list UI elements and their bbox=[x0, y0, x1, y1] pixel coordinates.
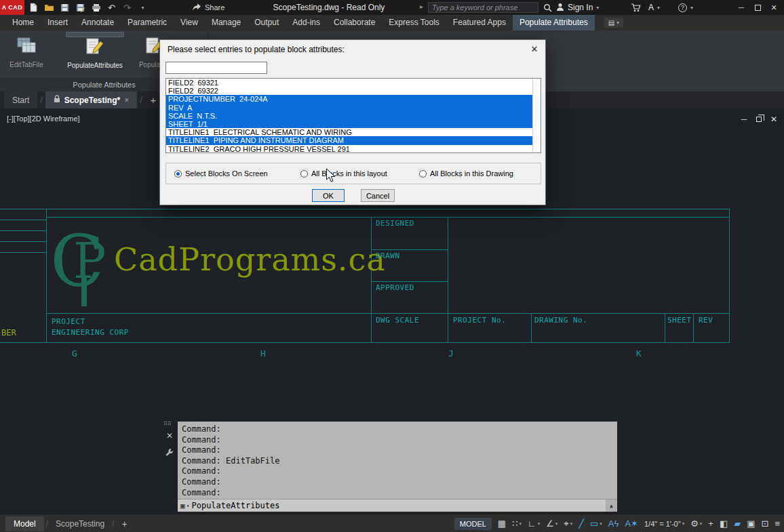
new-file-icon[interactable] bbox=[27, 1, 40, 14]
workspace-switching-icon[interactable]: ⚙▾ bbox=[690, 518, 702, 529]
ribbon-tab-addins[interactable]: Add-ins bbox=[286, 15, 327, 30]
cancel-button[interactable]: Cancel bbox=[361, 189, 395, 202]
list-item[interactable]: SHEET 1/1 bbox=[166, 120, 541, 128]
command-history[interactable]: Command: Command: Command: Command: Edit… bbox=[178, 422, 617, 499]
model-space-button[interactable]: MODEL bbox=[454, 518, 492, 530]
annotation-visibility-icon[interactable]: Aϟ bbox=[608, 518, 619, 529]
annotation-scale-button[interactable]: 1/4" = 1'-0"▾ bbox=[644, 520, 684, 528]
gear-icon: ⚙ bbox=[690, 518, 699, 529]
save-icon[interactable] bbox=[58, 1, 71, 14]
grid-letter: J bbox=[448, 348, 454, 359]
block-scope-group: Select Blocks On Screen All Blocks in th… bbox=[165, 163, 541, 184]
radio-all-blocks-drawing[interactable]: All Blocks in this Drawing bbox=[419, 169, 513, 178]
search-icon[interactable] bbox=[543, 0, 552, 15]
annotation-autoscale-icon[interactable]: A✶ bbox=[625, 518, 638, 529]
new-layout-button[interactable]: + bbox=[116, 518, 132, 529]
model-tab[interactable]: Model bbox=[5, 516, 44, 531]
help-button[interactable]: ? ▾ bbox=[678, 0, 693, 15]
list-item[interactable]: PROJECTNUMBER 24-024A bbox=[166, 95, 541, 103]
drawing-close-icon[interactable]: ✕ bbox=[768, 115, 780, 124]
file-tab-close-icon[interactable]: × bbox=[124, 96, 129, 105]
save-as-icon[interactable] bbox=[74, 1, 87, 14]
attribute-entry-list[interactable]: FIELD2 69321 FIELD2 69322 PROJECTNUMBER … bbox=[165, 78, 541, 153]
ribbon-tab-annotate[interactable]: Annotate bbox=[75, 15, 121, 30]
ribbon-tab-featured-apps[interactable]: Featured Apps bbox=[446, 15, 513, 30]
command-prompt-caret-icon[interactable]: ▾ bbox=[187, 503, 192, 509]
attribute-filter-input[interactable] bbox=[165, 62, 267, 74]
selection-cycling-icon[interactable]: ▭▾ bbox=[590, 518, 602, 529]
graphics-performance-icon[interactable]: ▰ bbox=[734, 518, 741, 529]
isolate-objects-icon[interactable]: ◧ bbox=[720, 518, 728, 529]
qat-dropdown-icon[interactable]: ▾ bbox=[136, 1, 149, 14]
command-prompt-icon[interactable]: ▣ bbox=[178, 502, 187, 510]
ribbon-tab-parametric[interactable]: Parametric bbox=[121, 15, 174, 30]
ribbon-tab-view[interactable]: View bbox=[174, 15, 205, 30]
customization-menu-icon[interactable]: ≡ bbox=[775, 518, 780, 529]
share-button[interactable]: Share bbox=[192, 0, 224, 15]
window-maximize-icon[interactable] bbox=[751, 0, 764, 15]
file-tab-start[interactable]: Start bbox=[4, 91, 37, 108]
command-grip-handle[interactable]: ⠿⠿ bbox=[163, 422, 172, 426]
radio-select-blocks-on-screen[interactable]: Select Blocks On Screen bbox=[174, 169, 268, 178]
populate-attributes-button[interactable]: PopulateAttributes bbox=[66, 32, 124, 37]
list-item[interactable]: REV A bbox=[166, 104, 541, 112]
grid-display-icon[interactable]: ▦ bbox=[498, 518, 506, 529]
ribbon-tab-output[interactable]: Output bbox=[248, 15, 286, 30]
isodraft-icon[interactable]: ∟▾ bbox=[528, 518, 540, 529]
clean-screen-icon[interactable]: ⊡ bbox=[762, 518, 769, 529]
command-customize-icon[interactable] bbox=[165, 447, 174, 459]
redo-icon[interactable]: ↷ bbox=[121, 1, 134, 14]
autodesk-apps-button[interactable]: A ▾ bbox=[648, 0, 660, 15]
background-image-icon[interactable]: ▣ bbox=[747, 518, 755, 529]
app-store-cart-icon[interactable] bbox=[631, 0, 641, 15]
crosshair-icon[interactable]: + bbox=[708, 518, 713, 529]
object-snap-icon[interactable]: ⌖▾ bbox=[564, 518, 572, 529]
autotrack-icon[interactable]: ∠▾ bbox=[546, 518, 557, 529]
ribbon-tab-populate-attributes[interactable]: Populate Attributes bbox=[513, 15, 595, 30]
ribbon-tab-express-tools[interactable]: Express Tools bbox=[382, 15, 446, 30]
drawing-minimize-icon[interactable]: ─ bbox=[738, 115, 750, 124]
list-item[interactable]: TITLELINE1 PIPING AND INSTRUMENT DIAGRAM bbox=[166, 136, 541, 144]
command-scroll-up-icon[interactable]: ▲ bbox=[606, 499, 617, 512]
ribbon-display-toggle[interactable]: ▤ ▾ bbox=[604, 18, 623, 28]
list-item[interactable]: TITLELINE2 GRACO HIGH PRESSURE VESSEL 29… bbox=[166, 145, 541, 153]
window-minimize-icon[interactable]: ─ bbox=[734, 0, 748, 15]
list-item[interactable]: TITLELINE1 ELECTRICAL SCHEMATIC AND WIRI… bbox=[166, 128, 541, 136]
snap-mode-icon[interactable]: ∷▾ bbox=[512, 518, 522, 529]
command-line: Command: bbox=[182, 466, 617, 477]
radio-icon bbox=[174, 170, 182, 178]
command-line: Command: bbox=[182, 488, 617, 499]
search-input[interactable] bbox=[428, 2, 538, 13]
sign-in-button[interactable]: Sign In ▾ bbox=[556, 0, 599, 15]
selection-caret-icon: ▾ bbox=[600, 521, 602, 527]
radio-all-blocks-layout[interactable]: All Blocks in this layout bbox=[300, 169, 387, 178]
ribbon-tab-manage[interactable]: Manage bbox=[205, 15, 248, 30]
dialog-close-icon[interactable]: ✕ bbox=[528, 43, 541, 55]
status-toggles: MODEL ▦ ∷▾ ∟▾ ∠▾ ⌖▾ ╱ ▭▾ Aϟ A✶ 1/4" = 1'… bbox=[454, 514, 780, 532]
search-history-icon[interactable]: ▸ bbox=[420, 3, 423, 10]
polar-tracking-icon[interactable]: ╱ bbox=[579, 518, 584, 529]
app-menu-button[interactable]: A CAD bbox=[0, 0, 24, 15]
command-close-icon[interactable]: ✕ bbox=[166, 431, 173, 441]
viewport-controls-label[interactable]: [-][Top][2D Wireframe] bbox=[7, 115, 80, 123]
command-input-text[interactable]: PopulateAttributes bbox=[191, 501, 279, 510]
edit-tab-file-button[interactable]: EditTabFile bbox=[4, 32, 49, 77]
ribbon-tab-home[interactable]: Home bbox=[5, 15, 41, 30]
ribbon-tab-collaborate[interactable]: Collaborate bbox=[327, 15, 382, 30]
drawing-restore-icon[interactable] bbox=[753, 115, 765, 124]
ok-button[interactable]: OK bbox=[312, 189, 345, 202]
command-input-row[interactable]: ▣ ▾ PopulateAttributes ▲ bbox=[178, 499, 617, 512]
undo-icon[interactable]: ↶ bbox=[105, 1, 118, 14]
list-scrollbar[interactable] bbox=[532, 79, 541, 152]
list-item[interactable]: FIELD2 69321 bbox=[166, 79, 541, 87]
layout-tab-scopetesting[interactable]: ScopeTesting bbox=[50, 516, 110, 531]
snap-glyph: ∷ bbox=[512, 518, 517, 529]
osnap-caret-icon: ▾ bbox=[570, 521, 573, 527]
list-item[interactable]: FIELD2 69322 bbox=[166, 87, 541, 95]
plot-icon[interactable] bbox=[90, 1, 102, 14]
list-item[interactable]: SCALE N.T.S. bbox=[166, 112, 541, 120]
file-tab-scopetesting[interactable]: ScopeTesting* × bbox=[45, 91, 137, 108]
ribbon-tab-insert[interactable]: Insert bbox=[41, 15, 75, 30]
open-file-icon[interactable] bbox=[43, 1, 56, 14]
window-close-icon[interactable]: ✕ bbox=[767, 0, 781, 15]
